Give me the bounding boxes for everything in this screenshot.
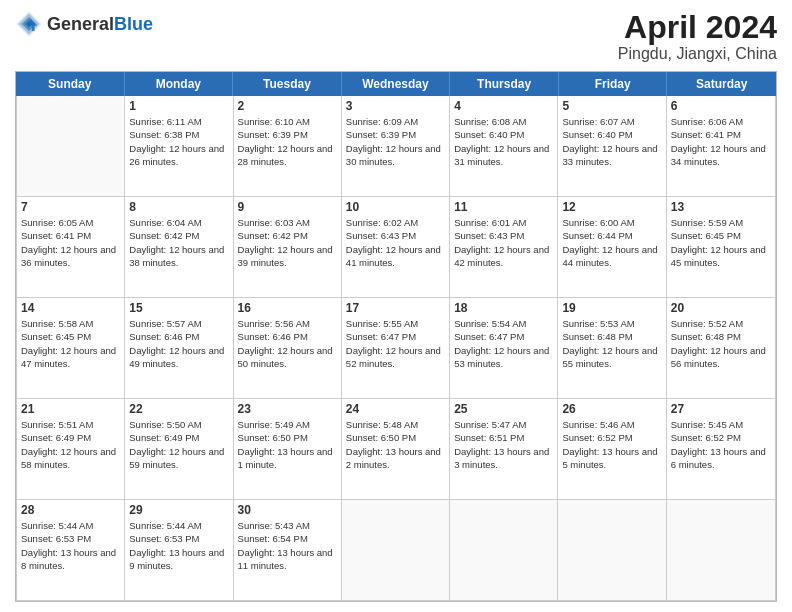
logo-text: GeneralBlue [47, 14, 153, 35]
day-info: Sunrise: 6:03 AMSunset: 6:42 PMDaylight:… [238, 216, 337, 269]
day-cell-3: 3Sunrise: 6:09 AMSunset: 6:39 PMDaylight… [342, 96, 450, 196]
day-cell-13: 13Sunrise: 5:59 AMSunset: 6:45 PMDayligh… [667, 197, 775, 297]
day-cell-18: 18Sunrise: 5:54 AMSunset: 6:47 PMDayligh… [450, 298, 558, 398]
title-section: April 2024 Pingdu, Jiangxi, China [618, 10, 777, 63]
location: Pingdu, Jiangxi, China [618, 45, 777, 63]
empty-cell [667, 500, 775, 600]
day-cell-30: 30Sunrise: 5:43 AMSunset: 6:54 PMDayligh… [234, 500, 342, 600]
day-info: Sunrise: 6:08 AMSunset: 6:40 PMDaylight:… [454, 115, 553, 168]
day-cell-29: 29Sunrise: 5:44 AMSunset: 6:53 PMDayligh… [125, 500, 233, 600]
day-number: 26 [562, 402, 661, 416]
page: GeneralBlue April 2024 Pingdu, Jiangxi, … [0, 0, 792, 612]
day-number: 10 [346, 200, 445, 214]
day-number: 24 [346, 402, 445, 416]
weekday-header-monday: Monday [125, 72, 234, 96]
day-info: Sunrise: 5:56 AMSunset: 6:46 PMDaylight:… [238, 317, 337, 370]
day-info: Sunrise: 6:00 AMSunset: 6:44 PMDaylight:… [562, 216, 661, 269]
day-cell-10: 10Sunrise: 6:02 AMSunset: 6:43 PMDayligh… [342, 197, 450, 297]
day-number: 3 [346, 99, 445, 113]
day-cell-27: 27Sunrise: 5:45 AMSunset: 6:52 PMDayligh… [667, 399, 775, 499]
weekday-header-friday: Friday [559, 72, 668, 96]
day-number: 23 [238, 402, 337, 416]
day-info: Sunrise: 5:51 AMSunset: 6:49 PMDaylight:… [21, 418, 120, 471]
logo-blue: Blue [114, 14, 153, 34]
day-number: 13 [671, 200, 771, 214]
logo: GeneralBlue [15, 10, 153, 38]
day-number: 6 [671, 99, 771, 113]
day-number: 12 [562, 200, 661, 214]
day-info: Sunrise: 5:54 AMSunset: 6:47 PMDaylight:… [454, 317, 553, 370]
day-number: 15 [129, 301, 228, 315]
day-info: Sunrise: 5:50 AMSunset: 6:49 PMDaylight:… [129, 418, 228, 471]
logo-general: General [47, 14, 114, 34]
day-number: 27 [671, 402, 771, 416]
logo-icon [15, 10, 43, 38]
empty-cell [450, 500, 558, 600]
weekday-header-saturday: Saturday [667, 72, 776, 96]
header: GeneralBlue April 2024 Pingdu, Jiangxi, … [15, 10, 777, 63]
day-info: Sunrise: 6:07 AMSunset: 6:40 PMDaylight:… [562, 115, 661, 168]
day-cell-23: 23Sunrise: 5:49 AMSunset: 6:50 PMDayligh… [234, 399, 342, 499]
day-cell-16: 16Sunrise: 5:56 AMSunset: 6:46 PMDayligh… [234, 298, 342, 398]
empty-cell [17, 96, 125, 196]
day-info: Sunrise: 5:57 AMSunset: 6:46 PMDaylight:… [129, 317, 228, 370]
day-number: 4 [454, 99, 553, 113]
day-cell-22: 22Sunrise: 5:50 AMSunset: 6:49 PMDayligh… [125, 399, 233, 499]
day-info: Sunrise: 5:48 AMSunset: 6:50 PMDaylight:… [346, 418, 445, 471]
day-info: Sunrise: 6:06 AMSunset: 6:41 PMDaylight:… [671, 115, 771, 168]
day-info: Sunrise: 6:05 AMSunset: 6:41 PMDaylight:… [21, 216, 120, 269]
empty-cell [342, 500, 450, 600]
day-number: 17 [346, 301, 445, 315]
day-info: Sunrise: 5:46 AMSunset: 6:52 PMDaylight:… [562, 418, 661, 471]
day-info: Sunrise: 6:09 AMSunset: 6:39 PMDaylight:… [346, 115, 445, 168]
day-number: 9 [238, 200, 337, 214]
day-info: Sunrise: 6:02 AMSunset: 6:43 PMDaylight:… [346, 216, 445, 269]
day-cell-17: 17Sunrise: 5:55 AMSunset: 6:47 PMDayligh… [342, 298, 450, 398]
day-cell-2: 2Sunrise: 6:10 AMSunset: 6:39 PMDaylight… [234, 96, 342, 196]
day-number: 11 [454, 200, 553, 214]
weekday-header-tuesday: Tuesday [233, 72, 342, 96]
day-number: 16 [238, 301, 337, 315]
day-cell-11: 11Sunrise: 6:01 AMSunset: 6:43 PMDayligh… [450, 197, 558, 297]
weekday-header-wednesday: Wednesday [342, 72, 451, 96]
day-info: Sunrise: 5:53 AMSunset: 6:48 PMDaylight:… [562, 317, 661, 370]
day-cell-12: 12Sunrise: 6:00 AMSunset: 6:44 PMDayligh… [558, 197, 666, 297]
day-info: Sunrise: 5:55 AMSunset: 6:47 PMDaylight:… [346, 317, 445, 370]
day-number: 21 [21, 402, 120, 416]
day-info: Sunrise: 6:11 AMSunset: 6:38 PMDaylight:… [129, 115, 228, 168]
day-number: 14 [21, 301, 120, 315]
day-info: Sunrise: 6:04 AMSunset: 6:42 PMDaylight:… [129, 216, 228, 269]
day-number: 2 [238, 99, 337, 113]
day-info: Sunrise: 5:49 AMSunset: 6:50 PMDaylight:… [238, 418, 337, 471]
day-info: Sunrise: 5:43 AMSunset: 6:54 PMDaylight:… [238, 519, 337, 572]
empty-cell [558, 500, 666, 600]
month-year: April 2024 [618, 10, 777, 45]
day-info: Sunrise: 5:44 AMSunset: 6:53 PMDaylight:… [21, 519, 120, 572]
day-cell-20: 20Sunrise: 5:52 AMSunset: 6:48 PMDayligh… [667, 298, 775, 398]
day-info: Sunrise: 5:59 AMSunset: 6:45 PMDaylight:… [671, 216, 771, 269]
day-number: 1 [129, 99, 228, 113]
day-cell-24: 24Sunrise: 5:48 AMSunset: 6:50 PMDayligh… [342, 399, 450, 499]
day-cell-9: 9Sunrise: 6:03 AMSunset: 6:42 PMDaylight… [234, 197, 342, 297]
weekday-header-sunday: Sunday [16, 72, 125, 96]
day-number: 18 [454, 301, 553, 315]
day-number: 22 [129, 402, 228, 416]
day-cell-25: 25Sunrise: 5:47 AMSunset: 6:51 PMDayligh… [450, 399, 558, 499]
day-cell-1: 1Sunrise: 6:11 AMSunset: 6:38 PMDaylight… [125, 96, 233, 196]
day-info: Sunrise: 5:45 AMSunset: 6:52 PMDaylight:… [671, 418, 771, 471]
calendar-row-4: 21Sunrise: 5:51 AMSunset: 6:49 PMDayligh… [17, 399, 775, 500]
day-cell-5: 5Sunrise: 6:07 AMSunset: 6:40 PMDaylight… [558, 96, 666, 196]
day-cell-15: 15Sunrise: 5:57 AMSunset: 6:46 PMDayligh… [125, 298, 233, 398]
day-cell-6: 6Sunrise: 6:06 AMSunset: 6:41 PMDaylight… [667, 96, 775, 196]
day-cell-14: 14Sunrise: 5:58 AMSunset: 6:45 PMDayligh… [17, 298, 125, 398]
day-cell-8: 8Sunrise: 6:04 AMSunset: 6:42 PMDaylight… [125, 197, 233, 297]
day-cell-21: 21Sunrise: 5:51 AMSunset: 6:49 PMDayligh… [17, 399, 125, 499]
weekday-header-thursday: Thursday [450, 72, 559, 96]
day-cell-26: 26Sunrise: 5:46 AMSunset: 6:52 PMDayligh… [558, 399, 666, 499]
day-info: Sunrise: 5:44 AMSunset: 6:53 PMDaylight:… [129, 519, 228, 572]
day-cell-4: 4Sunrise: 6:08 AMSunset: 6:40 PMDaylight… [450, 96, 558, 196]
calendar-row-3: 14Sunrise: 5:58 AMSunset: 6:45 PMDayligh… [17, 298, 775, 399]
calendar-header: SundayMondayTuesdayWednesdayThursdayFrid… [16, 72, 776, 96]
day-info: Sunrise: 5:47 AMSunset: 6:51 PMDaylight:… [454, 418, 553, 471]
day-number: 7 [21, 200, 120, 214]
